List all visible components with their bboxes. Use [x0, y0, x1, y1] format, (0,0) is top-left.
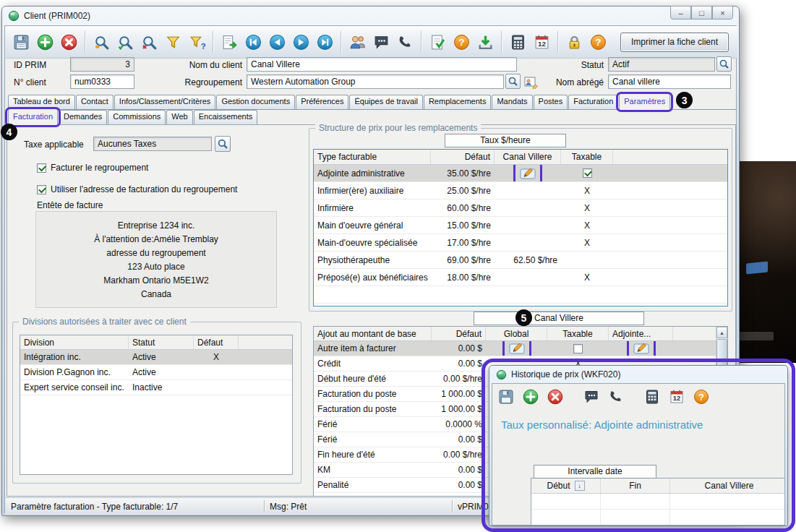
regroupement-search-button[interactable]	[505, 74, 521, 89]
taxe-search-button[interactable]	[215, 136, 231, 152]
search-clear-button[interactable]	[139, 32, 159, 52]
id-prim-field[interactable]: 3	[70, 57, 134, 72]
nom-client-field[interactable]: Canal Villere	[247, 57, 517, 72]
add-button[interactable]	[521, 387, 540, 406]
ajout-header-defaut[interactable]: Défaut	[432, 327, 486, 340]
subtab-commissions[interactable]: Commissions	[108, 110, 166, 124]
regroupement-field[interactable]: Western Automation Group	[247, 74, 504, 89]
edit-global-button[interactable]	[509, 341, 525, 356]
subtab-demandes[interactable]: Demandes	[59, 110, 107, 124]
calculator-button[interactable]	[508, 32, 528, 52]
nav-previous-button[interactable]	[267, 32, 287, 52]
tasks-button[interactable]	[427, 32, 448, 52]
ajout-header-item[interactable]: Ajout au montant de base	[314, 327, 432, 340]
intervalle-date-band[interactable]: Intervalle date	[534, 465, 656, 479]
filter-help-button[interactable]: ?	[187, 32, 207, 52]
phone-button[interactable]	[395, 32, 415, 52]
calendar-button[interactable]: 12	[667, 387, 686, 406]
statut-field[interactable]: Actif	[608, 57, 715, 72]
tab-preferences[interactable]: Préférences	[296, 95, 348, 109]
tab-tableau-de-bord[interactable]: Tableau de bord	[8, 95, 75, 109]
division-row[interactable]: Intégration inc. Active X	[20, 350, 292, 365]
tab-parametres[interactable]: Paramètres3	[619, 93, 670, 110]
price-row[interactable]: Main d'oeuvre général 15.00 $/hre X	[314, 217, 727, 234]
tab-facturation-main[interactable]: Facturation	[568, 95, 618, 109]
division-row[interactable]: Expert service conseil inc. Inactive	[20, 380, 292, 395]
search-review-button[interactable]	[115, 32, 135, 52]
canal-villere-band[interactable]: Canal Villere	[474, 312, 644, 325]
statut-search-button[interactable]	[716, 56, 732, 72]
add-button[interactable]	[35, 32, 55, 52]
division-row[interactable]: Division P.Gagnon inc. Active	[20, 365, 292, 380]
subtab-web[interactable]: Web	[166, 110, 192, 124]
subtab-encaissements[interactable]: Encaissements	[194, 110, 258, 124]
download-button[interactable]	[475, 32, 495, 52]
edit-rate-button[interactable]	[520, 166, 536, 181]
save-button[interactable]	[11, 32, 31, 52]
close-button[interactable]: ×	[712, 6, 733, 20]
chat-button[interactable]	[371, 32, 391, 52]
tab-contact[interactable]: Contact	[76, 95, 114, 109]
divisions-header-division[interactable]: Division	[20, 335, 129, 349]
cancel-button[interactable]	[59, 32, 79, 52]
ajout-header-adjointe[interactable]: Adjointe...	[609, 327, 673, 340]
phone-button[interactable]	[607, 387, 625, 406]
subtab-facturation[interactable]: Facturation	[8, 108, 58, 125]
nav-next-button[interactable]	[291, 32, 311, 52]
scroll-up-button[interactable]: ▲	[716, 327, 727, 338]
dialog-header-fin[interactable]: Fin	[601, 479, 670, 493]
nav-last-button[interactable]	[314, 32, 335, 52]
price-row[interactable]: Infirmier(ère) auxiliaire 25.00 $/hre X	[314, 182, 727, 200]
maximize-button[interactable]: □	[691, 6, 712, 20]
regroupement-edit-button[interactable]	[522, 73, 540, 90]
dialog-header-canal[interactable]: Canal Villere	[670, 479, 785, 493]
edit-adjointe-button[interactable]	[633, 341, 649, 356]
help-button[interactable]: ?	[451, 32, 471, 52]
lock-button[interactable]	[564, 32, 584, 52]
price-header-type[interactable]: Type facturable	[314, 150, 431, 164]
nav-first-button[interactable]	[243, 32, 263, 52]
cancel-button[interactable]	[546, 387, 565, 406]
tab-remplacements[interactable]: Remplacements	[424, 95, 491, 109]
chat-button[interactable]	[582, 387, 601, 406]
ajout-header-taxable[interactable]: Taxable	[547, 327, 609, 340]
print-client-sheet-button[interactable]: Imprimer la fiche client	[620, 33, 729, 52]
users-button[interactable]	[347, 32, 367, 52]
no-client-field[interactable]: num0333	[70, 74, 134, 89]
help2-button[interactable]: ?	[588, 32, 608, 52]
adresse-facturation-checkbox[interactable]	[37, 185, 46, 194]
price-header-defaut[interactable]: Défaut	[431, 150, 495, 164]
price-row[interactable]: Physiothérapeuthe 69.00 $/hre 62.50 $/hr…	[314, 252, 727, 269]
dialog-row-empty[interactable]	[531, 510, 785, 525]
sort-descending-icon[interactable]: ↓	[575, 481, 585, 491]
price-row[interactable]: Adjointe administrative 35.00 $/hre	[314, 165, 727, 182]
nom-abrege-field[interactable]: Canal villere	[608, 74, 731, 89]
price-header-taxable[interactable]: Taxable	[561, 150, 613, 164]
minimize-button[interactable]: –	[670, 6, 691, 20]
taxe-applicable-field[interactable]: Aucunes Taxes	[93, 137, 212, 151]
help-button[interactable]: ?	[692, 387, 711, 406]
save-button[interactable]	[497, 387, 515, 406]
dialog-header-debut[interactable]: Début ↓	[531, 479, 601, 493]
facturer-regroupement-checkbox[interactable]	[37, 163, 46, 173]
divisions-header-statut[interactable]: Statut	[129, 335, 194, 349]
tab-gestion-documents[interactable]: Gestion documents	[216, 95, 295, 109]
taxable-checkbox[interactable]	[583, 168, 592, 178]
price-row[interactable]: Infirmière 60.00 $/hre X	[314, 200, 727, 217]
calendar-button[interactable]: 12	[531, 32, 552, 52]
price-header-canal[interactable]: Canal Villere	[495, 150, 561, 164]
ajout-header-global[interactable]: Global	[486, 327, 547, 340]
search-button[interactable]	[91, 32, 111, 52]
price-row[interactable]: Main-d'oeuvre spécialisée 17.00 $/hre X	[314, 234, 727, 252]
dialog-row-empty[interactable]	[531, 494, 785, 510]
tab-mandats[interactable]: Mandats	[492, 95, 532, 109]
divisions-header-defaut[interactable]: Défaut	[194, 335, 239, 349]
price-row[interactable]: Préposé(e) aux bénéficiaires 18.00 $/hre…	[314, 269, 727, 286]
filter-button[interactable]	[163, 32, 183, 52]
taux-heure-band[interactable]: Taux $/heure	[445, 134, 566, 147]
ajout-row[interactable]: Autre item à facturer 0.00 $	[314, 341, 727, 356]
form-forward-button[interactable]	[219, 32, 239, 52]
taxable-checkbox[interactable]	[573, 344, 583, 353]
tab-equipes-de-travail[interactable]: Équipes de travail	[349, 95, 422, 109]
tab-postes[interactable]: Postes	[534, 95, 568, 109]
